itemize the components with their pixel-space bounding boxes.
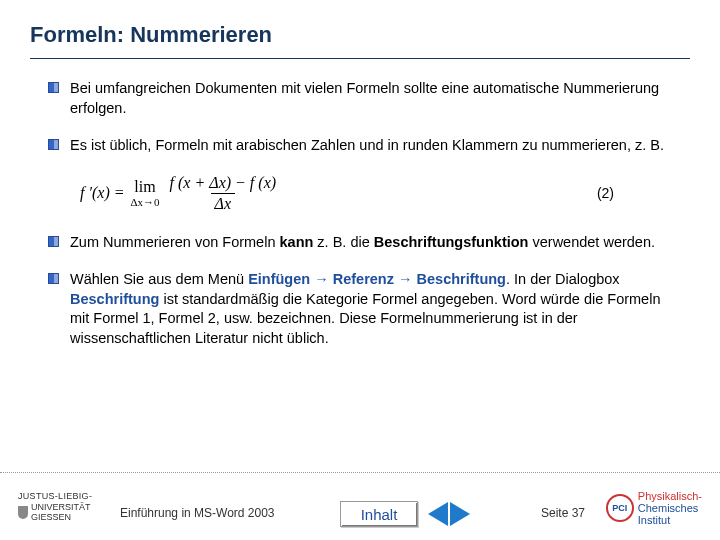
bullet-text: Zum Nummerieren von Formeln kann z. B. d…	[70, 233, 672, 253]
uni-line3: GIESSEN	[31, 512, 91, 522]
text-span: . In der Dialogbox	[506, 271, 620, 287]
footer-subtitle: Einführung in MS-Word 2003	[120, 506, 275, 520]
content-area: Bei umfangreichen Dokumenten mit vielen …	[30, 79, 690, 349]
shield-icon	[18, 506, 28, 519]
institute-logo: PCI Physikalisch- Chemisches Institut	[606, 490, 702, 526]
page-number: Seite 37	[541, 506, 585, 520]
formula-lhs: f ′(x) =	[80, 184, 125, 202]
bullet-text: Bei umfangreichen Dokumenten mit vielen …	[70, 79, 672, 118]
footer: JUSTUS-LIEBIG- UNIVERSITÄT GIESSEN Einfü…	[0, 472, 720, 540]
dialog-beschriftung: Beschriftung	[70, 291, 159, 307]
bullet-item: Es ist üblich, Formeln mit arabischen Za…	[48, 136, 672, 156]
title-rule	[30, 58, 690, 59]
bullet-text: Wählen Sie aus dem Menü Einfügen → Refer…	[70, 270, 672, 348]
formula-expression: f ′(x) = lim Δx→0 f (x + Δx) − f (x) Δx	[80, 174, 280, 213]
formula-row: f ′(x) = lim Δx→0 f (x + Δx) − f (x) Δx …	[48, 174, 672, 213]
bullet-marker-icon	[48, 236, 59, 247]
fraction-denominator: Δx	[211, 193, 236, 213]
bold-text: kann	[280, 234, 314, 250]
bullet-item: Zum Nummerieren von Formeln kann z. B. d…	[48, 233, 672, 253]
equation-number: (2)	[597, 185, 654, 201]
menu-beschriftung: Beschriftung	[417, 271, 506, 287]
lim-text: lim	[134, 178, 155, 196]
bullet-item: Bei umfangreichen Dokumenten mit vielen …	[48, 79, 672, 118]
slide-title: Formeln: Nummerieren	[30, 22, 690, 48]
text-span: verwendet werden.	[528, 234, 655, 250]
arrow-icon: →	[394, 271, 417, 287]
uni-line2: UNIVERSITÄT	[31, 502, 91, 512]
arrow-icon: →	[310, 271, 333, 287]
bold-text: Beschriftungsfunktion	[374, 234, 529, 250]
text-span: z. B. die	[313, 234, 373, 250]
fraction: f (x + Δx) − f (x) Δx	[166, 174, 281, 213]
bullet-marker-icon	[48, 82, 59, 93]
next-slide-button[interactable]	[450, 502, 470, 526]
inst-line3: Institut	[638, 514, 702, 526]
bullet-marker-icon	[48, 273, 59, 284]
contents-button[interactable]: Inhalt	[340, 501, 418, 527]
text-span: Wählen Sie aus dem Menü	[70, 271, 248, 287]
institute-mark-icon: PCI	[606, 494, 634, 522]
menu-referenz: Referenz	[333, 271, 394, 287]
menu-einfuegen: Einfügen	[248, 271, 310, 287]
inst-line1: Physikalisch-	[638, 490, 702, 502]
nav-arrows	[428, 502, 470, 526]
inst-line2: Chemisches	[638, 502, 702, 514]
text-span: ist standardmäßig die Kategorie Formel a…	[70, 291, 660, 346]
fraction-numerator: f (x + Δx) − f (x)	[166, 174, 281, 193]
bullet-marker-icon	[48, 139, 59, 150]
limit-operator: lim Δx→0	[131, 178, 160, 208]
lim-subscript: Δx→0	[131, 196, 160, 208]
bullet-text: Es ist üblich, Formeln mit arabischen Za…	[70, 136, 672, 156]
text-span: Zum Nummerieren von Formeln	[70, 234, 280, 250]
university-logo: JUSTUS-LIEBIG- UNIVERSITÄT GIESSEN	[18, 491, 118, 522]
bullet-item: Wählen Sie aus dem Menü Einfügen → Refer…	[48, 270, 672, 348]
uni-line1: JUSTUS-LIEBIG-	[18, 491, 118, 501]
prev-slide-button[interactable]	[428, 502, 448, 526]
